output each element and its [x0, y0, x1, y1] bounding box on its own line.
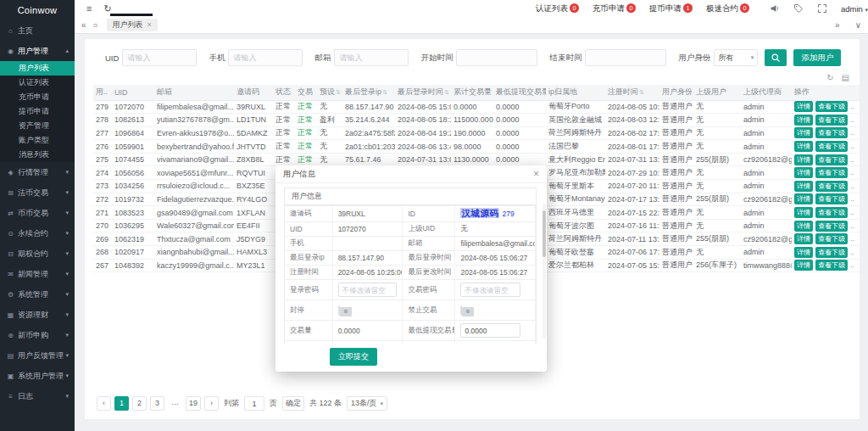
menu-icon[interactable]: ≡	[86, 4, 92, 14]
more-actions[interactable]: ..	[850, 208, 854, 216]
view-sub-button[interactable]: 查看下级	[815, 247, 848, 258]
detail-button[interactable]: 详情	[794, 115, 813, 126]
login-password-input[interactable]	[338, 283, 398, 297]
sidebar-item-用户管理[interactable]: ◉用户管理▴	[0, 41, 75, 61]
table-refresh-icon[interactable]: ↻	[826, 73, 833, 82]
sidebar-item-新币申购[interactable]: ⊕新币申购▾	[0, 325, 75, 345]
page-button-2[interactable]: 2	[132, 396, 147, 411]
sidebar-item-资产管理[interactable]: 资产管理	[0, 119, 75, 133]
sidebar-item-币币交易[interactable]: ⇄币币交易▾	[0, 203, 75, 223]
confirm-page-button[interactable]: 确定	[282, 396, 304, 411]
table-columns-icon[interactable]: ▤	[842, 73, 849, 82]
sidebar-item-充币申请[interactable]: 充币申请	[0, 90, 75, 104]
sidebar-item-期权合约[interactable]: ⊟期权合约▾	[0, 243, 75, 264]
min-withdraw-input[interactable]	[460, 323, 520, 338]
view-sub-button[interactable]: 查看下级	[815, 101, 848, 112]
detail-button[interactable]: 详情	[794, 141, 813, 152]
more-actions[interactable]: ..	[850, 168, 854, 176]
sidebar-item-新闻管理[interactable]: ✉新闻管理▾	[0, 264, 75, 284]
sidebar-item-系统管理[interactable]: ⚙系统管理▾	[0, 284, 75, 305]
detail-button[interactable]: 详情	[794, 193, 813, 204]
more-actions[interactable]: ..	[850, 128, 854, 137]
more-actions[interactable]: ..	[850, 182, 854, 190]
add-user-button[interactable]: 添加用户	[793, 49, 841, 66]
reload-tab-icon[interactable]: ○	[93, 20, 98, 30]
detail-button[interactable]: 详情	[794, 207, 813, 218]
end-time-input[interactable]	[585, 49, 666, 66]
page-button-1[interactable]: 1	[114, 396, 129, 411]
more-actions[interactable]: ..	[850, 248, 854, 256]
tab-user-list[interactable]: 用户列表 ×	[107, 19, 158, 31]
view-sub-button[interactable]: 查看下级	[815, 127, 848, 138]
view-sub-button[interactable]: 查看下级	[815, 115, 848, 126]
sidebar-item-用户反馈管理[interactable]: ▤用户反馈管理▾	[0, 345, 75, 366]
sort-icon[interactable]: ⇅	[639, 89, 644, 95]
detail-button[interactable]: 详情	[794, 154, 813, 165]
view-sub-button[interactable]: 查看下级	[815, 221, 848, 232]
search-button[interactable]	[765, 49, 787, 66]
user-menu[interactable]: admin ▾	[841, 4, 868, 14]
identity-select[interactable]: 所有 ▾	[714, 49, 758, 66]
view-sub-button[interactable]: 查看下级	[815, 154, 848, 165]
sidebar-item-永续合约[interactable]: ⊙永续合约▾	[0, 223, 75, 243]
sidebar-item-账户类型[interactable]: 账户类型	[0, 133, 75, 148]
sidebar-item-法币交易[interactable]: ⊞法币交易▾	[0, 182, 75, 203]
sidebar-item-行情管理[interactable]: ◈行情管理▾	[0, 162, 75, 182]
fullscreen-icon[interactable]	[817, 3, 827, 14]
phone-input[interactable]	[228, 49, 303, 66]
ban-toggle[interactable]	[338, 305, 340, 316]
tab-menu-icon[interactable]: ∨	[855, 20, 861, 30]
close-tab-icon[interactable]: ×	[147, 19, 152, 31]
detail-button[interactable]: 详情	[794, 127, 813, 138]
forbid-trade-toggle[interactable]	[460, 305, 462, 316]
submit-button[interactable]: 立即提交	[330, 348, 377, 366]
view-sub-button[interactable]: 查看下级	[815, 193, 848, 204]
more-actions[interactable]: ..	[850, 260, 854, 269]
page-button-19[interactable]: 19	[186, 396, 201, 411]
announcement-icon[interactable]	[770, 3, 780, 14]
view-sub-button[interactable]: 查看下级	[815, 167, 848, 178]
modal-scrollbar[interactable]	[542, 204, 546, 339]
more-actions[interactable]: ..	[850, 142, 854, 150]
refresh-icon[interactable]: ↻	[103, 4, 111, 14]
view-sub-button[interactable]: 查看下级	[815, 181, 848, 192]
more-actions[interactable]: ..	[850, 194, 854, 203]
detail-button[interactable]: 详情	[794, 167, 813, 178]
close-icon[interactable]: ×	[533, 169, 539, 179]
topnav-充币申请[interactable]: 充币申请0	[593, 3, 636, 14]
more-actions[interactable]: ..	[850, 234, 854, 243]
topnav-提币申请[interactable]: 提币申请1	[649, 3, 693, 14]
detail-button[interactable]: 详情	[794, 221, 813, 232]
page-button-3[interactable]: 3	[150, 396, 164, 411]
detail-button[interactable]: 详情	[794, 233, 813, 244]
sidebar-item-主页[interactable]: ⌂主页	[0, 20, 75, 41]
sort-icon[interactable]: ⇅	[382, 89, 387, 95]
collapse-tabs-icon[interactable]: «	[81, 20, 86, 30]
sort-icon[interactable]: ⇅	[336, 89, 341, 95]
start-time-input[interactable]	[456, 49, 537, 66]
tag-icon[interactable]	[793, 3, 804, 14]
next-page-button[interactable]: ›	[204, 396, 219, 411]
trade-password-input[interactable]	[460, 283, 520, 297]
sidebar-item-用户列表[interactable]: 用户列表	[0, 61, 75, 76]
more-actions[interactable]: ..	[850, 115, 854, 124]
email-input[interactable]	[334, 49, 409, 66]
detail-button[interactable]: 详情	[794, 260, 813, 271]
sidebar-item-资源理财[interactable]: ▦资源理财▾	[0, 305, 75, 325]
more-actions[interactable]: ..	[850, 155, 854, 164]
detail-button[interactable]: 详情	[794, 181, 813, 192]
more-actions[interactable]: ..	[850, 221, 854, 230]
view-sub-button[interactable]: 查看下级	[815, 141, 848, 152]
sidebar-item-消息列表[interactable]: 消息列表	[0, 148, 75, 162]
topnav-极速合约[interactable]: 极速合约0	[706, 3, 749, 14]
sidebar-item-提币申请[interactable]: 提币申请	[0, 104, 75, 119]
view-sub-button[interactable]: 查看下级	[815, 207, 848, 218]
goto-page-input[interactable]	[244, 396, 264, 411]
view-sub-button[interactable]: 查看下级	[815, 260, 848, 271]
more-actions[interactable]: ..	[850, 102, 854, 110]
prev-page-button[interactable]: ‹	[97, 396, 111, 411]
uid-input[interactable]	[122, 49, 197, 66]
page-size-select[interactable]: 13条/页▾	[347, 396, 387, 411]
topnav-认证列表[interactable]: 认证列表0	[536, 3, 579, 14]
sidebar-item-日志[interactable]: ≡日志▾	[0, 386, 75, 406]
